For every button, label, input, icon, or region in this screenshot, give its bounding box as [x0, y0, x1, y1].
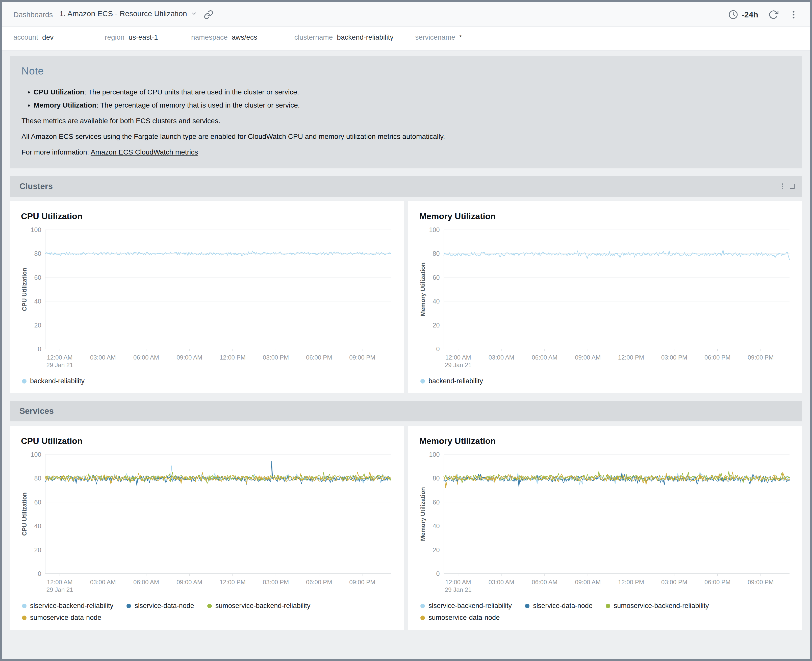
cloudwatch-metrics-link[interactable]: Amazon ECS CloudWatch metrics — [91, 148, 198, 156]
time-range-control[interactable]: -24h — [728, 10, 758, 19]
svg-text:09:00 AM: 09:00 AM — [575, 579, 601, 586]
legend-item[interactable]: slservice-backend-reliability — [22, 602, 113, 610]
clusters-memory-chart[interactable]: 020406080100Memory Utilization12:00 AM29… — [417, 226, 793, 372]
svg-text:12:00 AM: 12:00 AM — [47, 579, 73, 586]
dashboard-title-dropdown[interactable]: 1. Amazon ECS - Resource Utilization — [59, 10, 197, 20]
filter-namespace: namespace aws/ecs — [191, 34, 274, 43]
legend-label: slservice-backend-reliability — [429, 602, 512, 610]
svg-text:09:00 PM: 09:00 PM — [349, 579, 375, 586]
clusters-cpu-panel: CPU Utilization 020406080100CPU Utilizat… — [10, 201, 404, 393]
refresh-icon[interactable] — [768, 10, 778, 20]
section-header-services: Services — [10, 401, 802, 422]
svg-text:06:00 AM: 06:00 AM — [532, 579, 557, 586]
svg-text:40: 40 — [433, 522, 440, 530]
services-cpu-chart[interactable]: 020406080100CPU Utilization12:00 AM29 Ja… — [19, 450, 395, 597]
svg-text:12:00 AM: 12:00 AM — [445, 354, 471, 361]
svg-text:03:00 AM: 03:00 AM — [90, 354, 116, 361]
section-title: Services — [19, 406, 54, 416]
topbar-right: -24h — [728, 10, 799, 20]
svg-text:60: 60 — [433, 499, 440, 506]
legend-item[interactable]: sumoservice-data-node — [22, 614, 101, 622]
clusters-memory-panel: Memory Utilization 020406080100Memory Ut… — [408, 201, 802, 393]
svg-text:03:00 AM: 03:00 AM — [488, 579, 514, 586]
legend-label: sumoservice-data-node — [429, 614, 500, 622]
breadcrumb: Dashboards — [13, 11, 53, 19]
legend-item[interactable]: backend-reliability — [420, 377, 483, 385]
legend-item[interactable]: slservice-backend-reliability — [420, 602, 512, 610]
legend-swatch-icon — [420, 379, 425, 383]
services-panel-row: CPU Utilization 020406080100CPU Utilizat… — [10, 426, 802, 630]
legend-label: slservice-data-node — [533, 602, 593, 610]
kebab-icon[interactable] — [788, 10, 799, 20]
svg-text:03:00 AM: 03:00 AM — [488, 354, 514, 361]
chart-title: CPU Utilization — [21, 211, 395, 221]
link-icon[interactable] — [204, 10, 213, 19]
legend-item[interactable]: sumoservice-data-node — [420, 614, 500, 622]
svg-text:20: 20 — [433, 322, 440, 329]
filter-value-account[interactable]: dev — [41, 34, 85, 43]
legend-swatch-icon — [420, 616, 425, 620]
svg-text:CPU Utilization: CPU Utilization — [21, 492, 28, 536]
svg-text:60: 60 — [34, 499, 41, 506]
note-more-info-prefix: For more information: — [21, 148, 91, 156]
svg-text:12:00 PM: 12:00 PM — [220, 354, 246, 361]
note-more-info: For more information: Amazon ECS CloudWa… — [21, 148, 791, 156]
chart-legend: backend-reliability — [420, 377, 793, 385]
panel-kebab-icon[interactable] — [778, 182, 786, 190]
filter-value-namespace[interactable]: aws/ecs — [231, 34, 274, 43]
chart-legend: slservice-backend-reliabilityslservice-d… — [420, 602, 793, 622]
svg-text:20: 20 — [34, 322, 41, 329]
svg-text:0: 0 — [436, 570, 440, 577]
svg-text:09:00 AM: 09:00 AM — [575, 354, 601, 361]
svg-text:09:00 PM: 09:00 PM — [349, 354, 375, 361]
filter-value-region[interactable]: us-east-1 — [128, 34, 171, 43]
filter-value-servicename[interactable]: * — [459, 34, 542, 43]
section-header-icons — [778, 182, 794, 190]
legend-swatch-icon — [22, 616, 27, 620]
svg-text:40: 40 — [433, 298, 440, 305]
clusters-cpu-chart[interactable]: 020406080100CPU Utilization12:00 AM29 Ja… — [19, 226, 395, 372]
filter-label: account — [13, 34, 38, 42]
section-title: Clusters — [19, 182, 53, 191]
legend-label: backend-reliability — [429, 377, 483, 385]
svg-text:09:00 AM: 09:00 AM — [177, 354, 202, 361]
svg-text:40: 40 — [34, 298, 41, 305]
svg-text:06:00 AM: 06:00 AM — [133, 354, 159, 361]
filter-bar: account dev region us-east-1 namespace a… — [2, 27, 810, 51]
legend-label: slservice-backend-reliability — [30, 602, 113, 610]
legend-swatch-icon — [420, 604, 425, 608]
note-bullet-list: CPU Utilization: The percentage of CPU u… — [34, 88, 791, 109]
svg-text:06:00 PM: 06:00 PM — [704, 579, 731, 586]
svg-text:06:00 PM: 06:00 PM — [306, 579, 332, 586]
filter-label: region — [105, 34, 124, 42]
filter-value-clustername[interactable]: backend-reliability — [336, 34, 395, 43]
legend-label: sumoservice-backend-reliability — [614, 602, 709, 610]
chart-legend: slservice-backend-reliabilityslservice-d… — [22, 602, 395, 622]
time-range-label: -24h — [742, 10, 758, 19]
legend-item[interactable]: sumoservice-backend-reliability — [606, 602, 709, 610]
legend-item[interactable]: slservice-data-node — [525, 602, 593, 610]
svg-text:29 Jan 21: 29 Jan 21 — [46, 586, 73, 593]
legend-item[interactable]: sumoservice-backend-reliability — [207, 602, 311, 610]
note-paragraph: All Amazon ECS services using the Fargat… — [21, 133, 791, 141]
services-memory-chart[interactable]: 020406080100Memory Utilization12:00 AM29… — [417, 450, 793, 597]
legend-item[interactable]: backend-reliability — [22, 377, 85, 385]
svg-text:60: 60 — [433, 274, 440, 281]
services-cpu-panel: CPU Utilization 020406080100CPU Utilizat… — [10, 426, 404, 630]
svg-text:60: 60 — [34, 274, 41, 281]
legend-swatch-icon — [126, 604, 131, 608]
resize-corner-icon[interactable] — [790, 184, 794, 188]
filter-clustername: clustername backend-reliability — [294, 34, 395, 43]
svg-text:0: 0 — [436, 345, 440, 353]
filter-label: servicename — [415, 34, 455, 42]
svg-text:80: 80 — [433, 250, 440, 257]
note-title: Note — [21, 65, 791, 77]
svg-text:09:00 PM: 09:00 PM — [748, 354, 774, 361]
svg-text:20: 20 — [433, 546, 440, 554]
note-panel: Note CPU Utilization: The percentage of … — [10, 56, 802, 168]
svg-text:29 Jan 21: 29 Jan 21 — [46, 362, 73, 368]
filter-label: clustername — [294, 34, 333, 42]
note-bullet: CPU Utilization: The percentage of CPU u… — [34, 88, 791, 96]
legend-item[interactable]: slservice-data-node — [126, 602, 194, 610]
note-bullet-text: : The percentage of memory that is used … — [96, 101, 300, 109]
